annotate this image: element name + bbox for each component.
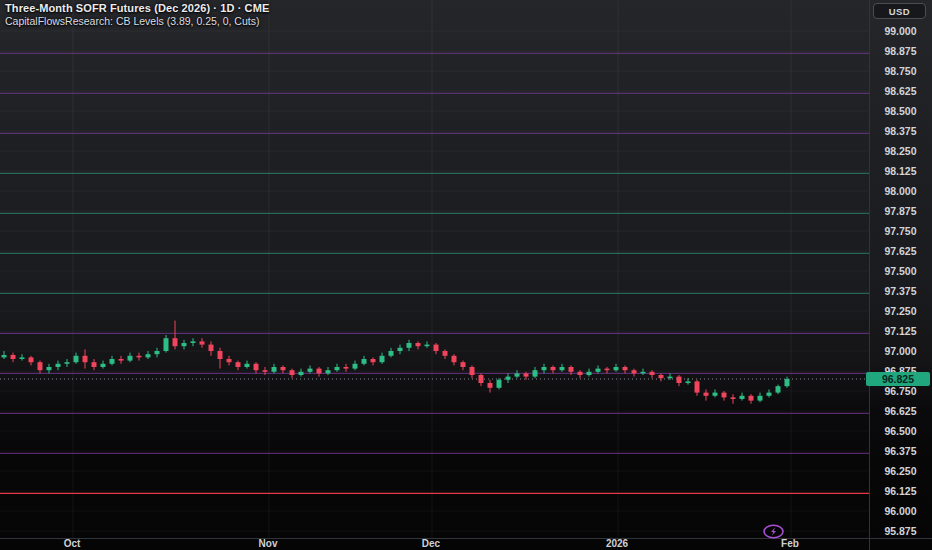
candle-body — [398, 348, 403, 351]
candle-body — [578, 372, 583, 375]
candle-body — [272, 367, 277, 372]
candle-body — [38, 362, 43, 370]
candle-body — [461, 362, 466, 367]
candle-body — [74, 356, 79, 362]
candle-body — [173, 338, 178, 346]
candle-body — [659, 375, 664, 378]
candle-body — [281, 367, 286, 370]
price-axis-label: 96.625 — [869, 405, 932, 417]
time-axis-label: Dec — [422, 538, 440, 550]
candle-body — [443, 351, 448, 356]
price-axis-label: 96.125 — [869, 485, 932, 497]
candle-body — [524, 373, 529, 376]
chart-pane[interactable] — [0, 0, 932, 550]
candle-body — [587, 372, 592, 375]
candle-body — [776, 386, 781, 392]
candle-body — [164, 338, 169, 351]
indicator-legend[interactable]: CapitalFlowsResearch: CB Levels (3.89, 0… — [5, 15, 269, 28]
candle-body — [146, 354, 151, 357]
price-axis-label: 97.625 — [869, 245, 932, 257]
price-axis-label: 98.375 — [869, 125, 932, 137]
candle-body — [110, 359, 115, 364]
time-axis-label: Nov — [259, 538, 278, 550]
candle-body — [479, 375, 484, 383]
candle-body — [389, 351, 394, 356]
candle-body — [470, 367, 475, 375]
candle-body — [632, 370, 637, 373]
candle-body — [560, 367, 565, 370]
price-axis-label: 96.375 — [869, 445, 932, 457]
candle-body — [596, 369, 601, 372]
candle-body — [506, 377, 511, 380]
symbol-title[interactable]: Three-Month SOFR Futures (Dec 2026) · 1D… — [5, 2, 269, 15]
price-axis-label: 96.500 — [869, 425, 932, 437]
candle-body — [20, 357, 25, 359]
candle-body — [740, 396, 745, 399]
price-axis-label: 98.250 — [869, 145, 932, 157]
time-axis-label: Feb — [781, 538, 799, 550]
price-axis[interactable]: USD 99.00098.87598.75098.62598.50098.375… — [869, 0, 932, 538]
candle-body — [416, 343, 421, 346]
candle-body — [677, 377, 682, 383]
candle-body — [245, 364, 250, 367]
candle-body — [767, 393, 772, 396]
current-price-tag: 96.825 — [866, 372, 930, 386]
trading-chart-window: Three-Month SOFR Futures (Dec 2026) · 1D… — [0, 0, 932, 550]
price-axis-label: 98.000 — [869, 185, 932, 197]
candle-body — [488, 383, 493, 388]
candle-body — [533, 370, 538, 376]
candle-body — [56, 364, 61, 367]
candle-body — [452, 356, 457, 362]
price-axis-label: 97.750 — [869, 225, 932, 237]
candle-body — [119, 359, 124, 361]
price-axis-label: 98.500 — [869, 105, 932, 117]
price-axis-label: 96.000 — [869, 505, 932, 517]
time-axis[interactable]: OctNovDec2026Feb — [0, 538, 869, 550]
candle-body — [317, 369, 322, 374]
candle-body — [605, 369, 610, 371]
candle-body — [308, 369, 313, 372]
candle-body — [128, 356, 133, 361]
price-axis-label: 98.625 — [869, 85, 932, 97]
candle-body — [434, 345, 439, 351]
candle-body — [641, 372, 646, 374]
price-axis-label: 97.375 — [869, 285, 932, 297]
candle-body — [668, 377, 673, 379]
price-axis-label: 97.500 — [869, 265, 932, 277]
time-axis-label: 2026 — [606, 538, 628, 550]
price-axis-label: 97.125 — [869, 325, 932, 337]
price-axis-label: 98.125 — [869, 165, 932, 177]
candle-body — [722, 393, 727, 398]
candle-body — [497, 380, 502, 388]
price-axis-label: 97.875 — [869, 205, 932, 217]
candle-body — [218, 351, 223, 359]
candle-body — [695, 381, 700, 392]
candle-body — [335, 367, 340, 370]
candle-body — [542, 367, 547, 370]
time-axis-label: Oct — [64, 538, 81, 550]
price-axis-label: 96.750 — [869, 385, 932, 397]
candle-body — [650, 372, 655, 375]
candle-body — [353, 364, 358, 369]
candle-body — [191, 341, 196, 343]
candle-body — [713, 393, 718, 396]
candle-body — [704, 393, 709, 396]
candle-body — [65, 362, 70, 364]
candle-body — [29, 357, 34, 362]
candle-body — [614, 367, 619, 370]
candle-body — [407, 343, 412, 348]
candle-body — [2, 355, 7, 357]
candle-body — [425, 345, 430, 347]
price-axis-label: 97.250 — [869, 305, 932, 317]
flash-event-icon[interactable] — [762, 524, 785, 539]
candle-body — [101, 364, 106, 367]
candle-body — [380, 356, 385, 362]
currency-unit-button[interactable]: USD — [873, 3, 926, 19]
candle-body — [749, 396, 754, 401]
candle-body — [623, 367, 628, 370]
chart-legend: Three-Month SOFR Futures (Dec 2026) · 1D… — [5, 2, 269, 28]
candle-body — [299, 372, 304, 375]
price-axis-label: 97.000 — [869, 345, 932, 357]
candle-body — [182, 343, 187, 346]
price-axis-label: 98.750 — [869, 65, 932, 77]
